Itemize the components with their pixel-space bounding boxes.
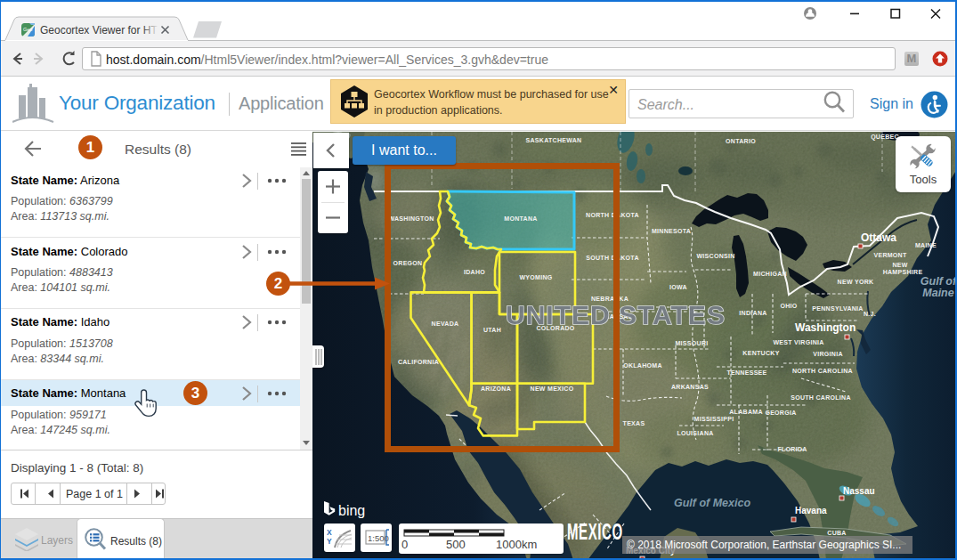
svg-text:SOUTH DAKOTA: SOUTH DAKOTA [586,255,638,261]
svg-text:SASKATCHEWAN: SASKATCHEWAN [526,137,582,143]
svg-text:FLORIDA: FLORIDA [777,446,807,452]
svg-text:PENNSYLVANIA: PENNSYLVANIA [812,305,863,312]
svg-text:QUEBEC: QUEBEC [871,134,899,141]
svg-text:NORTH DAKOTA: NORTH DAKOTA [586,212,639,218]
svg-text:VIRGINIA: VIRGINIA [813,351,843,357]
svg-text:TEXAS: TEXAS [623,420,645,426]
svg-text:ARIZONA: ARIZONA [481,386,511,392]
svg-text:bing: bing [338,503,365,518]
svg-text:ONTARIO: ONTARIO [726,138,756,144]
svg-text:LOUISIANA: LOUISIANA [677,430,713,436]
svg-text:WISCONSIN: WISCONSIN [696,253,734,259]
svg-text:CUBA: CUBA [827,530,846,536]
svg-text:0: 0 [401,538,408,551]
svg-text:ARKANSAS: ARKANSAS [671,384,709,390]
svg-text:NEVADA: NEVADA [432,321,459,327]
svg-text:GEORGIA: GEORGIA [765,410,796,416]
svg-text:Ottawa: Ottawa [861,231,896,244]
svg-text:SOUTH CAROLINA: SOUTH CAROLINA [791,394,851,401]
svg-text:1:500: 1:500 [368,533,389,543]
svg-text:MISSISSIPPI: MISSISSIPPI [694,416,734,422]
svg-text:Gulf of: Gulf of [921,275,957,288]
svg-text:IDAHO: IDAHO [464,269,485,275]
svg-text:MISSOURI: MISSOURI [675,340,708,346]
svg-text:CALIFORNIA: CALIFORNIA [398,359,439,365]
svg-text:MINNESOTA: MINNESOTA [652,228,691,234]
svg-text:WASHINGTON: WASHINGTON [388,215,434,222]
svg-text:NEW: NEW [892,262,907,268]
svg-text:OHIO: OHIO [780,303,797,309]
svg-text:Nassau: Nassau [843,486,875,496]
svg-text:OREGON: OREGON [393,260,423,266]
svg-text:Geo: Geo [23,27,32,32]
svg-text:HAMPSHIRE: HAMPSHIRE [883,269,923,275]
svg-text:TENNESSEE: TENNESSEE [726,369,766,376]
svg-text:IOWA: IOWA [669,284,687,290]
svg-text:500: 500 [446,538,466,551]
svg-text:MAINE: MAINE [915,242,937,248]
svg-text:VERMONT: VERMONT [873,252,907,258]
svg-text:NORTH CAROLINA: NORTH CAROLINA [792,368,853,374]
svg-text:UTAH: UTAH [483,327,501,333]
svg-text:ALABAMA: ALABAMA [729,409,762,415]
svg-text:Y: Y [327,537,332,546]
svg-text:Havana: Havana [795,506,827,515]
svg-text:WYOMING: WYOMING [519,274,552,280]
svg-text:1000km: 1000km [496,538,537,551]
svg-text:OKLAHOMA: OKLAHOMA [623,362,662,369]
svg-text:MEXICO: MEXICO [567,519,623,544]
svg-text:INDIANA: INDIANA [739,310,766,316]
svg-text:KENTUCKY: KENTUCKY [742,350,779,356]
svg-text:X: X [327,528,332,537]
svg-text:Gulf of Mexico: Gulf of Mexico [674,497,750,509]
svg-text:MONTANA: MONTANA [504,215,537,222]
svg-text:Maine: Maine [922,287,953,299]
svg-text:N.J.: N.J. [864,311,876,317]
svg-text:NEW MEXICO: NEW MEXICO [531,386,574,392]
svg-text:Washington: Washington [795,321,856,334]
svg-text:Geocortex Viewer for HT: Geocortex Viewer for HT [40,24,158,37]
svg-text:NEW YORK: NEW YORK [838,279,874,285]
svg-text:WEST VIRGINIA: WEST VIRGINIA [773,339,823,345]
svg-text:MICHIGAN: MICHIGAN [753,271,787,277]
